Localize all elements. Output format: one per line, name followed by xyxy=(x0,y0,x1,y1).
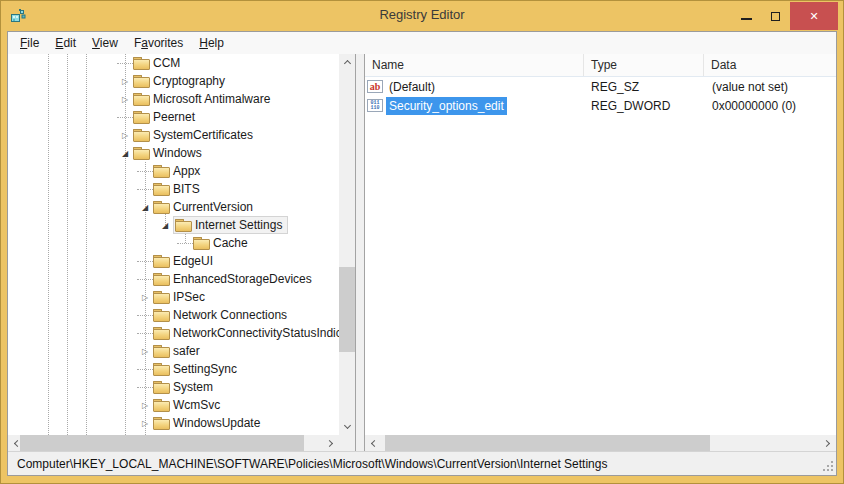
tree-item-currentversion[interactable]: CurrentVersion xyxy=(8,198,339,216)
tree-item-safer[interactable]: safer xyxy=(8,342,339,360)
tree-item-windowsupdate[interactable]: WindowsUpdate xyxy=(8,414,339,432)
expander-expanded-icon[interactable] xyxy=(157,216,173,234)
tree-item-networkconnectivitystatusindic[interactable]: NetworkConnectivityStatusIndic xyxy=(8,324,339,342)
tree-item-label: Peernet xyxy=(150,109,198,125)
values-list: ab(Default)REG_SZ(value not set)011110Se… xyxy=(365,77,836,115)
selected-key-path: Computer\HKEY_LOCAL_MACHINE\SOFTWARE\Pol… xyxy=(17,457,607,471)
column-header-type[interactable]: Type xyxy=(584,54,704,76)
value-row-security-options-edit[interactable]: 011110Security_options_editREG_DWORD0x00… xyxy=(365,96,836,115)
tree-vertical-scrollbar[interactable] xyxy=(339,54,355,435)
pane-splitter[interactable] xyxy=(356,54,364,451)
folder-icon xyxy=(153,399,170,412)
expander-collapsed-icon[interactable] xyxy=(117,90,133,108)
folder-icon xyxy=(153,309,170,322)
horizontal-scrollbar-thumb[interactable] xyxy=(385,435,710,451)
menu-item-file[interactable]: File xyxy=(12,33,47,53)
column-header-data[interactable]: Data xyxy=(704,54,836,76)
folder-icon xyxy=(153,255,170,268)
tree-item-label: SettingSync xyxy=(170,361,240,377)
tree-item-cache[interactable]: Cache xyxy=(8,234,339,252)
expander-collapsed-icon[interactable] xyxy=(117,72,133,90)
folder-icon xyxy=(153,381,170,394)
folder-icon xyxy=(153,363,170,376)
menu-item-help[interactable]: Help xyxy=(191,33,232,53)
tree-item-label: Windows xyxy=(150,145,205,161)
tree-item-appx[interactable]: Appx xyxy=(8,162,339,180)
horizontal-scrollbar-thumb[interactable] xyxy=(20,435,304,451)
tree-indent xyxy=(8,369,137,370)
folder-icon xyxy=(153,291,170,304)
tree-item-settingsync[interactable]: SettingSync xyxy=(8,360,339,378)
scroll-left-button[interactable] xyxy=(365,435,381,451)
title-bar[interactable]: Registry Editor xyxy=(1,1,843,31)
tree-indent xyxy=(8,171,137,172)
minimize-icon xyxy=(741,18,752,20)
scroll-down-button[interactable] xyxy=(339,419,355,435)
expander-collapsed-icon[interactable] xyxy=(117,126,133,144)
tree-item-system[interactable]: System xyxy=(8,378,339,396)
vertical-scrollbar-thumb[interactable] xyxy=(339,267,355,352)
tree-indent xyxy=(8,225,157,226)
tree-item-peernet[interactable]: Peernet xyxy=(8,108,339,126)
folder-icon xyxy=(153,345,170,358)
value-data-cell: (value not set) xyxy=(704,80,836,94)
minimize-button[interactable] xyxy=(732,2,761,30)
tree-item-label: WindowsUpdate xyxy=(170,415,263,431)
close-button[interactable] xyxy=(790,2,838,30)
list-horizontal-scrollbar[interactable] xyxy=(365,435,836,451)
menu-item-view[interactable]: View xyxy=(84,33,126,53)
column-header-name[interactable]: Name xyxy=(365,54,584,76)
tree-indent xyxy=(8,423,137,424)
tree-indent xyxy=(8,99,117,100)
tree-indent xyxy=(8,405,137,406)
tree-rows: CCMCryptographyMicrosoft AntimalwarePeer… xyxy=(8,54,339,435)
folder-icon xyxy=(153,201,170,214)
menu-item-edit[interactable]: Edit xyxy=(47,33,84,53)
tree-indent xyxy=(8,117,117,118)
tree-item-systemcertificates[interactable]: SystemCertificates xyxy=(8,126,339,144)
value-type-cell: REG_SZ xyxy=(584,80,704,94)
expander-collapsed-icon[interactable] xyxy=(137,396,153,414)
tree-item-wcmsvc[interactable]: WcmSvc xyxy=(8,396,339,414)
tree-item-ipsec[interactable]: IPSec xyxy=(8,288,339,306)
tree-item-internet-settings[interactable]: Internet Settings xyxy=(8,216,339,234)
expander-expanded-icon[interactable] xyxy=(117,144,133,162)
scroll-up-button[interactable] xyxy=(339,54,355,70)
expander-collapsed-icon[interactable] xyxy=(137,342,153,360)
expander-expanded-icon[interactable] xyxy=(137,198,153,216)
tree-item-cryptography[interactable]: Cryptography xyxy=(8,72,339,90)
resize-grip-icon[interactable] xyxy=(823,461,833,471)
value-row--default-[interactable]: ab(Default)REG_SZ(value not set) xyxy=(365,77,836,96)
tree-item-label: Network Connections xyxy=(170,307,290,323)
tree-item-network-connections[interactable]: Network Connections xyxy=(8,306,339,324)
tree-view: CCMCryptographyMicrosoft AntimalwarePeer… xyxy=(8,54,339,435)
tree-connector-line xyxy=(137,369,153,370)
tree-item-windows[interactable]: Windows xyxy=(8,144,339,162)
tree-item-microsoft-antimalware[interactable]: Microsoft Antimalware xyxy=(8,90,339,108)
tree-indent xyxy=(8,207,137,208)
maximize-button[interactable] xyxy=(761,2,790,30)
status-bar: Computer\HKEY_LOCAL_MACHINE\SOFTWARE\Pol… xyxy=(8,451,836,475)
tree-item-edgeui[interactable]: EdgeUI xyxy=(8,252,339,270)
tree-item-label: CCM xyxy=(150,55,183,71)
tree-connector-line xyxy=(137,189,153,190)
tree-item-label: CurrentVersion xyxy=(170,199,256,215)
window-content: FileEditViewFavoritesHelp CCMCryptograph… xyxy=(7,31,837,476)
tree-item-label: Internet Settings xyxy=(192,217,285,233)
folder-icon xyxy=(133,147,150,160)
tree-item-ccm[interactable]: CCM xyxy=(8,54,339,72)
scrollbar-corner xyxy=(339,435,355,451)
window-title: Registry Editor xyxy=(1,7,843,22)
scroll-right-button[interactable] xyxy=(820,435,836,451)
tree-connector-line xyxy=(117,117,133,118)
tree-item-label: safer xyxy=(170,343,203,359)
expander-collapsed-icon[interactable] xyxy=(137,414,153,432)
menu-item-favorites[interactable]: Favorites xyxy=(126,33,191,53)
folder-icon xyxy=(133,129,150,142)
scroll-right-button[interactable] xyxy=(323,435,339,451)
tree-item-bits[interactable]: BITS xyxy=(8,180,339,198)
tree-item-enhancedstoragedevices[interactable]: EnhancedStorageDevices xyxy=(8,270,339,288)
expander-collapsed-icon[interactable] xyxy=(137,288,153,306)
tree-horizontal-scrollbar[interactable] xyxy=(8,435,339,451)
registry-tree-pane: CCMCryptographyMicrosoft AntimalwarePeer… xyxy=(8,54,356,451)
